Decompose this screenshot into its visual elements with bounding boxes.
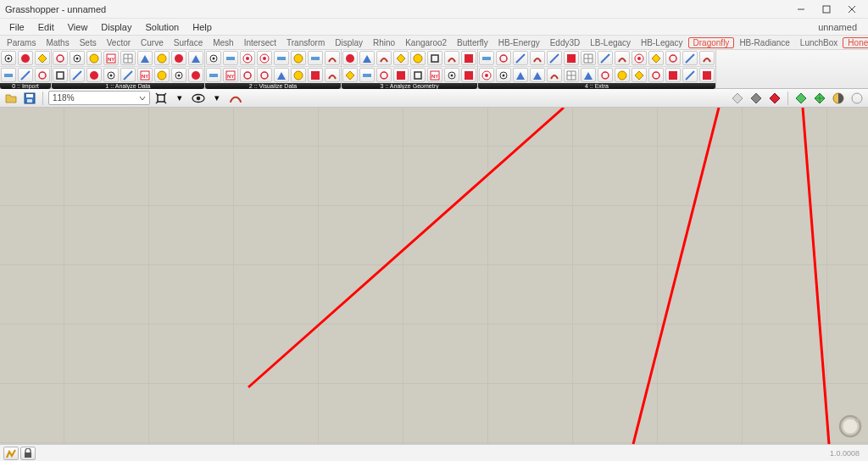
preview-selected-button[interactable] <box>793 91 809 106</box>
component-button[interactable] <box>308 68 323 82</box>
component-button[interactable] <box>410 51 426 65</box>
component-button[interactable] <box>359 68 375 82</box>
tab-surface[interactable]: Surface <box>169 37 208 48</box>
component-button[interactable] <box>513 51 528 65</box>
component-button[interactable] <box>648 68 664 82</box>
component-button[interactable] <box>699 51 715 65</box>
component-button[interactable] <box>598 68 613 82</box>
menu-solution[interactable]: Solution <box>138 20 186 34</box>
component-button[interactable] <box>120 68 136 82</box>
component-button[interactable] <box>393 68 409 82</box>
component-button[interactable] <box>35 68 50 82</box>
component-button[interactable]: NY <box>427 68 442 82</box>
component-button[interactable] <box>581 68 596 82</box>
component-button[interactable] <box>223 51 238 65</box>
component-button[interactable] <box>70 68 85 82</box>
named-views-button[interactable]: ▾ <box>172 91 187 106</box>
component-button[interactable] <box>699 68 715 82</box>
component-button[interactable] <box>615 51 630 65</box>
component-button[interactable] <box>274 51 289 65</box>
menu-display[interactable]: Display <box>94 20 138 34</box>
grasshopper-canvas[interactable] <box>0 108 868 444</box>
component-button[interactable] <box>444 68 459 82</box>
tab-hbenergy[interactable]: HB-Energy <box>493 37 545 48</box>
minimize-button[interactable] <box>788 0 814 18</box>
component-button[interactable]: NY <box>223 68 238 82</box>
preview-mesh-button[interactable] <box>812 91 827 106</box>
open-file-button[interactable] <box>3 91 19 106</box>
component-button[interactable] <box>188 68 203 82</box>
component-button[interactable] <box>479 68 494 82</box>
tab-transform[interactable]: Transform <box>281 37 330 48</box>
component-button[interactable] <box>393 51 409 65</box>
component-button[interactable] <box>513 68 528 82</box>
component-button[interactable]: NY <box>137 68 153 82</box>
tab-lunchbox[interactable]: LunchBox <box>795 37 843 48</box>
tab-params[interactable]: Params <box>2 37 41 48</box>
menu-file[interactable]: File <box>3 20 31 34</box>
component-button[interactable] <box>53 51 68 65</box>
component-button[interactable] <box>581 51 596 65</box>
component-button[interactable] <box>376 51 392 65</box>
component-button[interactable] <box>291 51 306 65</box>
component-button[interactable] <box>359 51 375 65</box>
component-button[interactable] <box>427 51 442 65</box>
component-button[interactable] <box>564 51 579 65</box>
component-button[interactable] <box>682 68 698 82</box>
component-button[interactable] <box>291 68 306 82</box>
component-button[interactable] <box>18 68 33 82</box>
component-button[interactable] <box>632 51 647 65</box>
zoom-extents-button[interactable] <box>153 91 169 106</box>
component-button[interactable] <box>598 51 613 65</box>
menu-help[interactable]: Help <box>186 20 219 34</box>
component-button[interactable] <box>188 51 203 65</box>
tab-display[interactable]: Display <box>330 37 368 48</box>
tab-eddy3d[interactable]: Eddy3D <box>545 37 586 48</box>
tab-rhino[interactable]: Rhino <box>368 37 400 48</box>
component-button[interactable] <box>632 68 647 82</box>
preview-menu-button[interactable]: ▾ <box>209 91 225 106</box>
component-button[interactable] <box>206 51 221 65</box>
component-button[interactable] <box>461 68 476 82</box>
mcx-button[interactable] <box>3 447 19 460</box>
component-button[interactable] <box>410 68 426 82</box>
component-button[interactable] <box>325 68 340 82</box>
tab-lblegacy[interactable]: LB-Legacy <box>585 37 636 48</box>
preview-off-button[interactable] <box>730 91 745 106</box>
component-button[interactable] <box>342 51 358 65</box>
tab-kangaroo2[interactable]: Kangaroo2 <box>400 37 452 48</box>
component-button[interactable] <box>154 51 170 65</box>
tab-dragonfly[interactable]: Dragonfly <box>688 37 735 48</box>
sketch-button[interactable] <box>228 91 243 106</box>
component-button[interactable] <box>257 51 272 65</box>
component-button[interactable] <box>1 51 16 65</box>
component-button[interactable] <box>274 68 289 82</box>
component-button[interactable] <box>682 51 698 65</box>
tab-hbradiance[interactable]: HB-Radiance <box>734 37 794 48</box>
preview-shade-button[interactable] <box>767 91 782 106</box>
component-button[interactable] <box>120 51 136 65</box>
preview-eye-button[interactable] <box>191 91 206 106</box>
component-button[interactable] <box>444 51 459 65</box>
component-button[interactable] <box>461 51 476 65</box>
component-button[interactable] <box>206 68 221 82</box>
component-button[interactable] <box>257 68 272 82</box>
component-button[interactable] <box>342 68 358 82</box>
component-button[interactable] <box>325 51 340 65</box>
tab-mesh[interactable]: Mesh <box>208 37 238 48</box>
save-file-button[interactable] <box>22 91 37 106</box>
component-button[interactable] <box>171 68 186 82</box>
tab-curve[interactable]: Curve <box>136 37 169 48</box>
component-button[interactable] <box>530 51 545 65</box>
component-button[interactable] <box>496 51 511 65</box>
tab-vector[interactable]: Vector <box>102 37 136 48</box>
preview-wire-button[interactable] <box>748 91 764 106</box>
component-button[interactable]: NY <box>103 51 119 65</box>
component-button[interactable] <box>171 51 186 65</box>
menu-view[interactable]: View <box>61 20 95 34</box>
component-button[interactable] <box>547 68 562 82</box>
tab-honeybee[interactable]: Honeybee <box>843 37 868 48</box>
component-button[interactable] <box>564 68 579 82</box>
tab-hblegacy[interactable]: HB-Legacy <box>636 37 687 48</box>
component-button[interactable] <box>376 68 392 82</box>
